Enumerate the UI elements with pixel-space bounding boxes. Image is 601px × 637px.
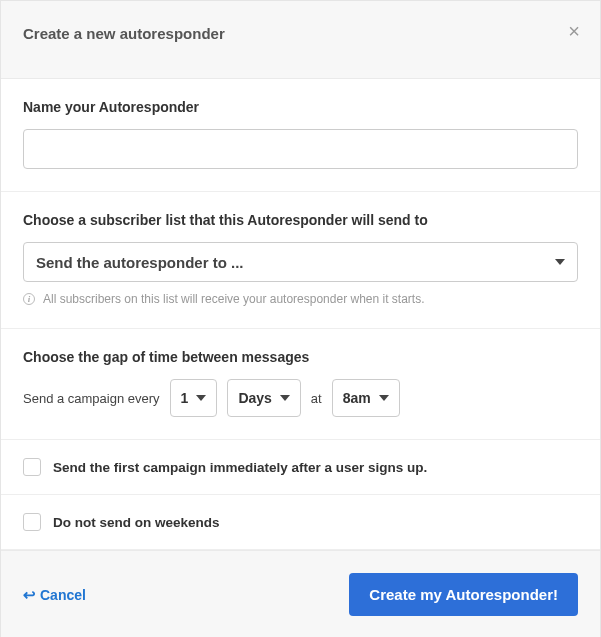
- list-selected-value: Send the autoresponder to ...: [36, 254, 244, 271]
- list-section: Choose a subscriber list that this Autor…: [1, 192, 600, 329]
- no-weekends-row: Do not send on weekends: [1, 495, 600, 550]
- create-autoresponder-button[interactable]: Create my Autoresponder!: [349, 573, 578, 616]
- list-hint-row: i All subscribers on this list will rece…: [23, 292, 578, 306]
- info-icon: i: [23, 293, 35, 305]
- chevron-down-icon: [555, 259, 565, 265]
- list-label: Choose a subscriber list that this Autor…: [23, 212, 578, 228]
- chevron-down-icon: [196, 395, 206, 401]
- subscriber-list-select[interactable]: Send the autoresponder to ...: [23, 242, 578, 282]
- list-hint-text: All subscribers on this list will receiv…: [43, 292, 425, 306]
- send-first-immediately-label: Send the first campaign immediately afte…: [53, 460, 427, 475]
- send-first-immediately-checkbox[interactable]: [23, 458, 41, 476]
- frequency-count-value: 1: [181, 390, 189, 406]
- gap-at-label: at: [311, 391, 322, 406]
- gap-section: Choose the gap of time between messages …: [1, 329, 600, 440]
- modal-footer: ↩ Cancel Create my Autoresponder!: [1, 550, 600, 637]
- frequency-unit-value: Days: [238, 390, 271, 406]
- frequency-unit-select[interactable]: Days: [227, 379, 300, 417]
- modal-title: Create a new autoresponder: [23, 25, 578, 42]
- autoresponder-name-input[interactable]: [23, 129, 578, 169]
- modal-header: Create a new autoresponder ×: [1, 1, 600, 79]
- no-weekends-label: Do not send on weekends: [53, 515, 220, 530]
- send-first-immediately-row: Send the first campaign immediately afte…: [1, 440, 600, 495]
- name-label: Name your Autoresponder: [23, 99, 578, 115]
- frequency-time-value: 8am: [343, 390, 371, 406]
- reply-icon: ↩: [23, 587, 36, 602]
- frequency-time-select[interactable]: 8am: [332, 379, 400, 417]
- cancel-button[interactable]: ↩ Cancel: [23, 587, 86, 603]
- name-section: Name your Autoresponder: [1, 79, 600, 192]
- gap-controls: Send a campaign every 1 Days at 8am: [23, 379, 578, 417]
- chevron-down-icon: [280, 395, 290, 401]
- gap-prefix: Send a campaign every: [23, 391, 160, 406]
- create-autoresponder-modal: Create a new autoresponder × Name your A…: [0, 0, 601, 637]
- close-icon[interactable]: ×: [568, 21, 580, 41]
- gap-label: Choose the gap of time between messages: [23, 349, 578, 365]
- frequency-count-select[interactable]: 1: [170, 379, 218, 417]
- cancel-label: Cancel: [40, 587, 86, 603]
- no-weekends-checkbox[interactable]: [23, 513, 41, 531]
- chevron-down-icon: [379, 395, 389, 401]
